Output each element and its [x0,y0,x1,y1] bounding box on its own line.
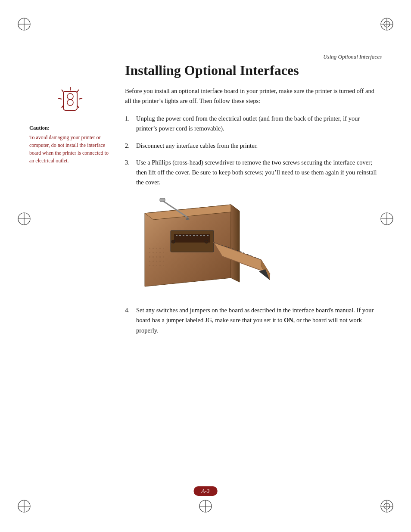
svg-rect-41 [179,235,181,236]
step-2-text: Disconnect any interface cables from the… [136,141,382,151]
svg-rect-55 [159,248,161,249]
svg-rect-53 [153,248,154,249]
svg-rect-40 [176,235,177,236]
svg-rect-62 [149,256,150,258]
step-2: 2. Disconnect any interface cables from … [125,141,382,151]
steps-list-2: 4. Set any switches and jumpers on the b… [125,305,382,336]
header-rule [26,51,385,51]
header-title: Using Optional Interfaces [323,53,382,60]
svg-rect-44 [190,235,191,236]
svg-rect-61 [163,252,164,253]
svg-rect-58 [153,252,154,253]
caution-icon [29,86,111,121]
svg-rect-75 [159,265,161,266]
svg-rect-66 [163,256,164,258]
step-2-number: 2. [125,141,136,151]
step-4: 4. Set any switches and jumpers on the b… [125,305,382,336]
svg-line-29 [58,98,62,99]
svg-rect-47 [200,235,202,236]
svg-rect-71 [163,261,164,262]
svg-rect-74 [156,265,157,266]
step-1: 1. Unplug the power cord from the electr… [125,114,382,134]
svg-rect-73 [153,265,154,266]
svg-rect-54 [156,248,157,249]
page-title: Installing Optional Interfaces [125,62,382,78]
svg-rect-70 [159,261,161,262]
step-3-text: Use a Phillips (cross-head) screwdriver … [136,158,382,188]
svg-rect-67 [149,261,150,262]
svg-rect-65 [159,256,161,258]
step-4-number: 4. [125,305,136,315]
svg-point-51 [205,240,208,243]
svg-rect-72 [149,265,150,266]
reg-mark-bottom-left [16,498,32,516]
step-3-number: 3. [125,158,136,168]
svg-line-25 [79,98,82,99]
step-1-text: Unplug the power cord from the electrica… [136,114,382,134]
caution-label: Caution: [29,125,111,131]
caution-block: Caution: To avoid damaging your printer … [29,86,111,165]
svg-rect-68 [153,261,154,262]
page: Using Optional Interfaces A-3 [0,0,411,532]
svg-rect-49 [207,235,209,236]
svg-point-50 [171,240,175,243]
intro-paragraph: Before you install an optional interface… [125,86,382,106]
footer-rule [26,481,385,481]
svg-rect-52 [149,248,150,249]
svg-rect-60 [159,252,161,253]
steps-list: 1. Unplug the power cord from the electr… [125,114,382,187]
svg-rect-31 [63,91,77,110]
caution-text: To avoid damaging your printer or comput… [29,134,111,165]
svg-rect-83 [160,198,165,202]
svg-rect-46 [196,235,198,236]
reg-mark-bottom-right [379,498,395,516]
reg-mark-bottom-center [198,498,213,516]
svg-rect-64 [156,256,157,258]
svg-rect-56 [163,248,164,249]
svg-rect-42 [183,235,184,236]
step-1-number: 1. [125,114,136,124]
page-number: A-3 [194,486,218,496]
reg-mark-top-left [16,16,32,34]
reg-mark-mid-left [16,211,32,228]
svg-rect-57 [149,252,150,253]
svg-marker-37 [231,205,240,282]
svg-rect-76 [163,265,164,266]
step-4-text: Set any switches and jumpers on the boar… [136,305,382,336]
reg-mark-top-right [379,16,395,34]
svg-rect-48 [203,235,205,236]
illustration [136,196,274,297]
svg-rect-43 [186,235,188,236]
step-4-on-bold: ON [284,317,293,324]
svg-rect-63 [153,256,154,258]
step-3: 3. Use a Phillips (cross-head) screwdriv… [125,158,382,188]
main-content: Installing Optional Interfaces Before yo… [125,62,382,342]
svg-rect-69 [156,261,157,262]
svg-rect-45 [193,235,195,236]
svg-rect-59 [156,252,157,253]
